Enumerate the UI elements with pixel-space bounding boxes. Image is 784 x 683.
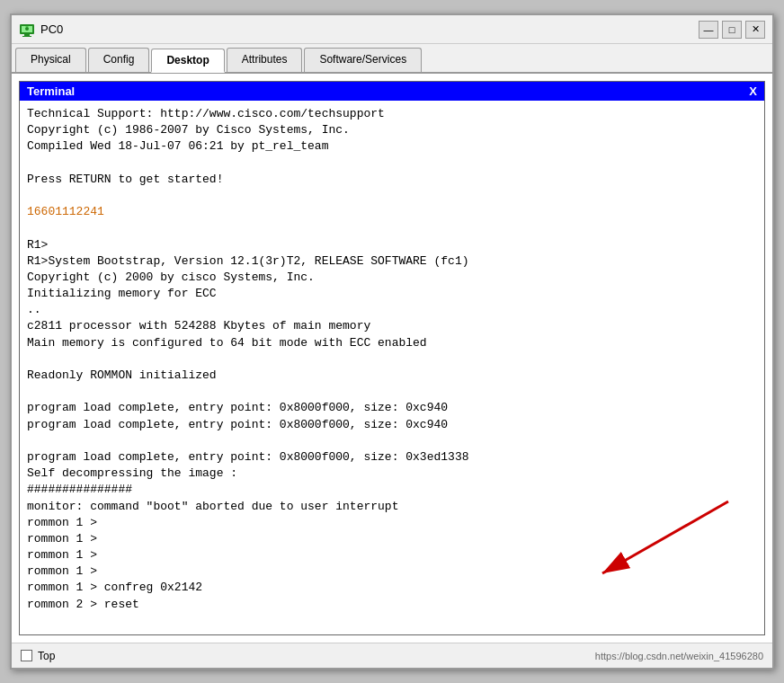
tab-attributes[interactable]: Attributes: [227, 48, 303, 72]
top-checkbox[interactable]: [21, 650, 32, 661]
terminal-close-button[interactable]: X: [749, 84, 757, 98]
maximize-button[interactable]: □: [722, 21, 742, 39]
top-label: Top: [38, 650, 55, 662]
window-icon: [19, 22, 35, 38]
tabs-bar: Physical Config Desktop Attributes Softw…: [12, 44, 772, 74]
status-left: Top: [21, 650, 55, 662]
svg-point-4: [25, 27, 29, 31]
close-button[interactable]: ✕: [745, 21, 765, 39]
terminal-body[interactable]: Technical Support: http://www.cisco.com/…: [20, 101, 764, 634]
terminal-title: Terminal: [27, 84, 75, 98]
tab-desktop[interactable]: Desktop: [151, 49, 224, 73]
window-title: PC0: [40, 22, 63, 36]
main-window: PC0 — □ ✕ Physical Config Desktop Attrib…: [10, 13, 774, 670]
tab-config[interactable]: Config: [88, 48, 150, 72]
status-bar: Top https://blog.csdn.net/weixin_4159628…: [12, 643, 772, 668]
svg-rect-2: [24, 34, 30, 36]
minimize-button[interactable]: —: [699, 21, 718, 39]
terminal-titlebar: Terminal X: [20, 82, 764, 101]
title-buttons: — □ ✕: [699, 21, 765, 39]
tab-software-services[interactable]: Software/Services: [304, 48, 422, 72]
title-bar: PC0 — □ ✕: [12, 15, 772, 44]
terminal-window: Terminal X Technical Support: http://www…: [19, 81, 765, 635]
terminal-line-orange: 16601112241: [27, 205, 104, 218]
status-url: https://blog.csdn.net/weixin_41596280: [595, 651, 763, 661]
svg-rect-3: [22, 36, 31, 37]
tab-physical[interactable]: Physical: [15, 48, 86, 72]
title-left: PC0: [19, 22, 63, 38]
terminal-output: Technical Support: http://www.cisco.com/…: [27, 106, 757, 613]
content-area: Terminal X Technical Support: http://www…: [12, 74, 772, 643]
